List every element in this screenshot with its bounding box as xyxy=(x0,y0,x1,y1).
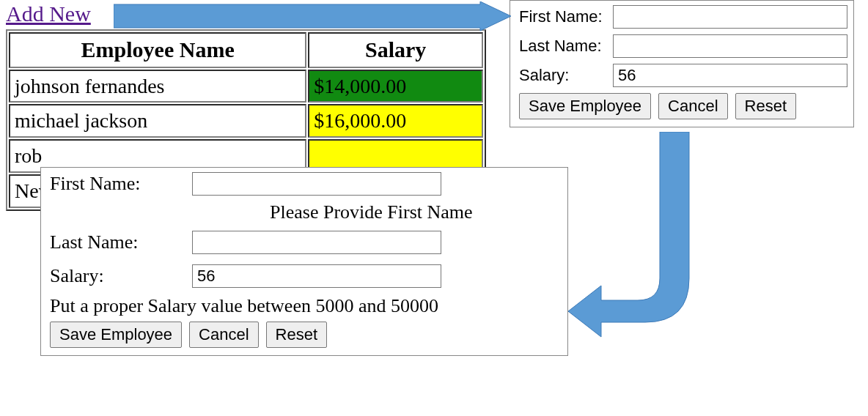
employee-form: First Name: Last Name: Salary: Save Empl… xyxy=(510,0,854,127)
table-row: johnson fernandes $14,000.00 xyxy=(9,70,483,103)
col-header-name: Employee Name xyxy=(9,32,306,68)
table-row: michael jackson $16,000.00 xyxy=(9,104,483,138)
first-name-label: First Name: xyxy=(519,7,608,26)
reset-button[interactable]: Reset xyxy=(266,322,327,348)
last-name-label: Last Name: xyxy=(50,231,188,253)
first-name-input[interactable] xyxy=(192,172,441,196)
salary-validation-message: Put a proper Salary value between 5000 a… xyxy=(50,295,562,317)
table-header-row: Employee Name Salary xyxy=(9,32,483,68)
arrow-curve-icon xyxy=(564,132,726,344)
save-button[interactable]: Save Employee xyxy=(519,93,651,119)
first-name-validation-message: Please Provide First Name xyxy=(50,201,562,223)
cell-name: michael jackson xyxy=(9,104,306,138)
col-header-salary: Salary xyxy=(308,32,483,68)
last-name-label: Last Name: xyxy=(519,37,608,56)
employee-form-validation: First Name: Please Provide First Name La… xyxy=(40,167,568,356)
first-name-label: First Name: xyxy=(50,173,188,195)
cancel-button[interactable]: Cancel xyxy=(189,322,258,348)
save-button[interactable]: Save Employee xyxy=(50,322,182,348)
reset-button[interactable]: Reset xyxy=(735,93,796,119)
cell-salary: $16,000.00 xyxy=(308,104,483,138)
cell-name: johnson fernandes xyxy=(9,70,306,103)
cell-salary: $14,000.00 xyxy=(308,70,483,103)
last-name-input[interactable] xyxy=(192,231,441,254)
last-name-input[interactable] xyxy=(613,34,847,58)
salary-input[interactable] xyxy=(613,64,847,87)
salary-input[interactable] xyxy=(192,264,441,288)
salary-label: Salary: xyxy=(50,265,188,287)
salary-label: Salary: xyxy=(519,66,608,85)
first-name-input[interactable] xyxy=(613,5,847,29)
add-new-link[interactable]: Add New xyxy=(6,1,91,26)
cancel-button[interactable]: Cancel xyxy=(658,93,727,119)
